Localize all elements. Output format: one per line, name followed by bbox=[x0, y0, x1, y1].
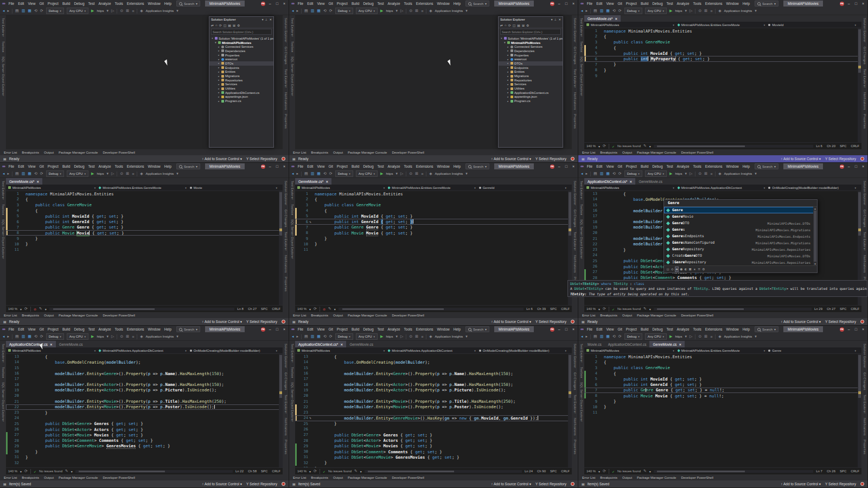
panel-tab-developer-powershell[interactable]: Developer PowerShell bbox=[681, 151, 713, 154]
panel-tab-error-list[interactable]: Error List bbox=[293, 151, 306, 154]
find-icon[interactable]: ⊞ bbox=[126, 172, 129, 176]
panel-tab-breakpoints[interactable]: Breakpoints bbox=[600, 476, 617, 479]
tree-item-solution-minimalapismovies-1-of-1-project-[interactable]: ▾Solution 'MinimalAPIsMovies' (1 of 1 pr… bbox=[499, 36, 563, 41]
expander-icon[interactable]: ▸ bbox=[218, 46, 220, 48]
nav-back-icon[interactable]: ◂ bbox=[292, 172, 294, 176]
menu-file[interactable]: File bbox=[586, 2, 593, 5]
panel-tab-package-manager-console[interactable]: Package Manager Console bbox=[637, 314, 676, 317]
completion-item-genre[interactable]: Genre bbox=[664, 207, 817, 213]
save-icon[interactable]: ▥ bbox=[311, 172, 315, 176]
menu-edit[interactable]: Edit bbox=[17, 327, 25, 331]
select-repository-button[interactable]: Y Select Repository bbox=[246, 320, 277, 324]
editor-scrollbar[interactable] bbox=[279, 354, 283, 467]
zoom-level[interactable]: 140 % bbox=[297, 307, 307, 310]
menu-project[interactable]: Project bbox=[336, 327, 349, 331]
expander-icon[interactable]: ▸ bbox=[507, 66, 509, 69]
tree-item-migrations[interactable]: ▸Migrations bbox=[209, 74, 273, 78]
completion-item-genresnameconfigured[interactable]: GenresNameConfiguredMinimalAPIsMovies.Mi… bbox=[664, 239, 817, 246]
save-all-icon[interactable]: ▦ bbox=[606, 9, 610, 13]
chevron-down-icon[interactable]: ▾ bbox=[755, 172, 757, 176]
find-icon[interactable]: ⊞ bbox=[704, 172, 707, 176]
breadcrumb-member[interactable]: MovieId▾ bbox=[768, 23, 859, 27]
run-caret-icon[interactable]: ▾ bbox=[685, 334, 687, 339]
minimize-button[interactable]: – bbox=[557, 164, 561, 168]
expander-icon[interactable]: ▸ bbox=[218, 58, 220, 61]
config-dropdown[interactable]: Debug▾ bbox=[335, 333, 353, 340]
se-tool-icon-2[interactable]: ⟳ bbox=[219, 23, 222, 27]
tool-tab-test-explorer[interactable]: Test Explorer bbox=[2, 181, 5, 200]
config-dropdown[interactable]: Debug▾ bbox=[46, 170, 64, 177]
config-dropdown[interactable]: Debug▾ bbox=[624, 170, 642, 177]
panel-tab-package-manager-console[interactable]: Package Manager Console bbox=[348, 476, 387, 479]
menu-git[interactable]: Git bbox=[616, 327, 623, 331]
menu-tools[interactable]: Tools bbox=[403, 164, 413, 168]
breadcrumb-member[interactable]: OnModelCreating(ModelBuilder modelBuilde… bbox=[190, 349, 280, 352]
editor-scrollbar[interactable] bbox=[279, 191, 283, 305]
expander-icon[interactable]: ▸ bbox=[507, 91, 509, 94]
tool-tab-git-changes[interactable]: Git Changes bbox=[863, 210, 866, 227]
menu-debug[interactable]: Debug bbox=[362, 2, 374, 5]
se-tool-icon-5[interactable]: ⊞ bbox=[522, 23, 525, 27]
run-noDebug-icon[interactable]: ▷ bbox=[690, 334, 692, 339]
expander-icon[interactable]: ▸ bbox=[507, 58, 509, 61]
chevron-down-icon[interactable]: ▾ bbox=[465, 9, 468, 13]
panel-tab-output[interactable]: Output bbox=[333, 314, 343, 317]
chevron-down-icon[interactable]: ▾ bbox=[465, 334, 468, 339]
select-repository-button[interactable]: Y Select Repository bbox=[825, 157, 856, 161]
menu-extensions[interactable]: Extensions bbox=[126, 327, 145, 331]
menu-window[interactable]: Window bbox=[436, 164, 451, 168]
tool-tab-test-explorer[interactable]: Test Explorer bbox=[2, 18, 5, 37]
menu-tools[interactable]: Tools bbox=[114, 2, 124, 5]
undo-icon[interactable]: ⟲ bbox=[612, 334, 616, 339]
editor-scrollbar[interactable] bbox=[568, 354, 572, 467]
chevron-down-icon[interactable]: ▾ bbox=[20, 307, 22, 311]
save-icon[interactable]: ▥ bbox=[311, 9, 315, 13]
find-icon[interactable]: ⊞ bbox=[415, 334, 418, 339]
run-caret-icon[interactable]: ▾ bbox=[106, 9, 108, 13]
undo-icon[interactable]: ⟲ bbox=[612, 172, 616, 176]
menu-git[interactable]: Git bbox=[38, 2, 44, 5]
tool-tab-solution-explorer[interactable]: Solution Explorer bbox=[573, 344, 577, 368]
tree-item-dtos[interactable]: ▸DTOs bbox=[209, 61, 273, 66]
hot-reload-icon[interactable]: ⊙ bbox=[698, 172, 701, 176]
tree-item-services[interactable]: ▸Services bbox=[209, 83, 273, 87]
maximize-button[interactable]: □ bbox=[854, 164, 858, 168]
minimize-button[interactable]: – bbox=[268, 2, 272, 5]
tree-item-dependencies[interactable]: ▸Dependencies bbox=[209, 49, 273, 53]
menu-help[interactable]: Help bbox=[452, 164, 462, 168]
tool-tab-notifications[interactable]: Notifications bbox=[573, 92, 577, 110]
panel-tab-breakpoints[interactable]: Breakpoints bbox=[600, 314, 617, 317]
notification-badge[interactable] bbox=[571, 320, 575, 324]
tool-tab-test-explorer[interactable]: Test Explorer bbox=[863, 395, 866, 414]
menu-test[interactable]: Test bbox=[376, 327, 385, 331]
save-all-icon[interactable]: ▦ bbox=[317, 9, 321, 13]
tool-tab-solution-explorer[interactable]: Solution Explorer bbox=[284, 18, 288, 42]
find-icon[interactable]: ⊞ bbox=[415, 172, 418, 176]
filter-icon-5[interactable]: ▣ bbox=[689, 267, 691, 271]
account-avatar[interactable]: FM bbox=[550, 2, 554, 6]
menu-project[interactable]: Project bbox=[336, 164, 349, 168]
expander-icon[interactable]: ▸ bbox=[218, 91, 220, 94]
code-editor-r3c2[interactable]: 13 {14 base.OnModelCreating(modelBuilder… bbox=[295, 354, 572, 467]
notification-badge[interactable] bbox=[571, 482, 575, 486]
tree-item-applicationdbcontext-cs[interactable]: ▸ApplicationDbContext.cs bbox=[499, 91, 563, 95]
chevron-down-icon[interactable]: ▾ bbox=[71, 470, 73, 473]
menu-test[interactable]: Test bbox=[666, 327, 674, 331]
close-button[interactable]: × bbox=[861, 164, 865, 168]
add-to-source-control-button[interactable]: ↑ Add to Source Control ▾ bbox=[491, 157, 531, 161]
doc-tab-applicationdbcontext-cs-[interactable]: ApplicationDbContext.cs*✕ bbox=[295, 341, 346, 347]
tool-tab-git-changes[interactable]: Git Changes bbox=[284, 47, 288, 65]
platform-dropdown[interactable]: Any CPU▾ bbox=[67, 170, 88, 177]
search-box[interactable]: Search▾ bbox=[176, 326, 200, 332]
new-file-icon[interactable]: ▤ bbox=[15, 172, 19, 176]
nav-forward-icon[interactable]: ▸ bbox=[297, 172, 299, 176]
save-all-icon[interactable]: ▦ bbox=[606, 172, 610, 176]
menu-edit[interactable]: Edit bbox=[306, 2, 314, 5]
tree-item-appsettings-json[interactable]: ▸appsettings.json bbox=[499, 95, 563, 99]
menu-file[interactable]: File bbox=[586, 327, 593, 331]
tool-tab-sql-server-object-explorer[interactable]: SQL Server Object Explorer bbox=[291, 56, 294, 96]
undo-icon[interactable]: ⟲ bbox=[34, 172, 37, 176]
run-button[interactable]: ▶ bbox=[669, 9, 672, 13]
new-file-icon[interactable]: ▤ bbox=[593, 9, 597, 13]
new-file-icon[interactable]: ▤ bbox=[15, 9, 19, 13]
